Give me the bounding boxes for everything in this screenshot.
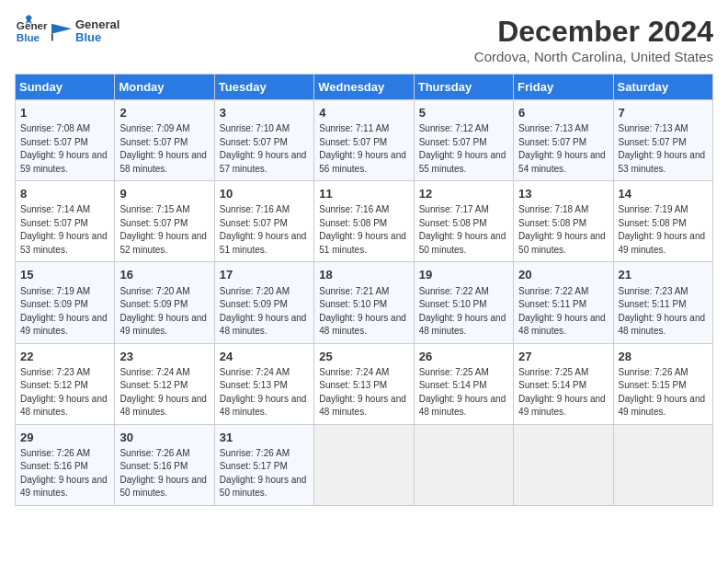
day-info: Sunrise: 7:23 AM Sunset: 5:12 PM Dayligh… <box>20 366 109 419</box>
svg-text:General: General <box>17 19 48 31</box>
day-info: Sunrise: 7:23 AM Sunset: 5:11 PM Dayligh… <box>619 285 708 339</box>
day-info: Sunrise: 7:14 AM Sunset: 5:07 PM Dayligh… <box>20 203 109 257</box>
calendar-cell: 31 Sunrise: 7:26 AM Sunset: 5:17 PM Dayl… <box>214 424 313 505</box>
day-info: Sunrise: 7:26 AM Sunset: 5:17 PM Dayligh… <box>220 447 309 500</box>
calendar-cell: 1 Sunrise: 7:08 AM Sunset: 5:07 PM Dayli… <box>16 100 115 181</box>
title-block: December 2024 Cordova, North Carolina, U… <box>474 15 713 64</box>
day-number: 10 <box>220 186 309 202</box>
day-info: Sunrise: 7:19 AM Sunset: 5:09 PM Dayligh… <box>20 285 109 339</box>
calendar-cell: 11 Sunrise: 7:16 AM Sunset: 5:08 PM Dayl… <box>314 181 414 262</box>
day-info: Sunrise: 7:13 AM Sunset: 5:07 PM Dayligh… <box>518 122 608 176</box>
calendar-cell: 16 Sunrise: 7:20 AM Sunset: 5:09 PM Dayl… <box>115 262 214 343</box>
day-number: 14 <box>619 186 708 202</box>
day-info: Sunrise: 7:24 AM Sunset: 5:13 PM Dayligh… <box>319 366 408 419</box>
day-number: 3 <box>220 105 309 121</box>
calendar-cell: 21 Sunrise: 7:23 AM Sunset: 5:11 PM Dayl… <box>613 262 712 343</box>
day-number: 27 <box>518 349 608 365</box>
day-number: 15 <box>20 267 109 283</box>
calendar-cell: 6 Sunrise: 7:13 AM Sunset: 5:07 PM Dayli… <box>514 100 613 181</box>
day-info: Sunrise: 7:17 AM Sunset: 5:08 PM Dayligh… <box>419 203 508 257</box>
day-info: Sunrise: 7:08 AM Sunset: 5:07 PM Dayligh… <box>20 122 109 176</box>
day-info: Sunrise: 7:24 AM Sunset: 5:13 PM Dayligh… <box>220 366 309 419</box>
day-info: Sunrise: 7:19 AM Sunset: 5:08 PM Dayligh… <box>619 203 708 257</box>
calendar-cell: 5 Sunrise: 7:12 AM Sunset: 5:07 PM Dayli… <box>414 100 513 181</box>
day-info: Sunrise: 7:10 AM Sunset: 5:07 PM Dayligh… <box>220 122 309 176</box>
day-info: Sunrise: 7:12 AM Sunset: 5:07 PM Dayligh… <box>419 122 508 176</box>
calendar-cell: 26 Sunrise: 7:25 AM Sunset: 5:14 PM Dayl… <box>414 343 513 424</box>
calendar-cell: 4 Sunrise: 7:11 AM Sunset: 5:07 PM Dayli… <box>314 100 414 181</box>
day-number: 29 <box>20 430 109 446</box>
day-number: 31 <box>220 430 309 446</box>
day-number: 6 <box>518 105 608 121</box>
calendar-body: 1 Sunrise: 7:08 AM Sunset: 5:07 PM Dayli… <box>16 100 713 506</box>
day-number: 24 <box>220 349 309 365</box>
calendar-week-row: 22 Sunrise: 7:23 AM Sunset: 5:12 PM Dayl… <box>16 343 713 424</box>
day-info: Sunrise: 7:26 AM Sunset: 5:16 PM Dayligh… <box>20 447 109 500</box>
calendar-cell: 10 Sunrise: 7:16 AM Sunset: 5:07 PM Dayl… <box>214 181 313 262</box>
calendar-cell <box>514 424 613 505</box>
calendar-cell: 20 Sunrise: 7:22 AM Sunset: 5:11 PM Dayl… <box>514 262 613 343</box>
calendar-cell: 28 Sunrise: 7:26 AM Sunset: 5:15 PM Dayl… <box>613 343 712 424</box>
day-number: 26 <box>419 349 508 365</box>
calendar-cell <box>414 424 513 505</box>
day-number: 23 <box>119 349 209 365</box>
calendar-cell: 25 Sunrise: 7:24 AM Sunset: 5:13 PM Dayl… <box>314 343 414 424</box>
calendar-cell: 17 Sunrise: 7:20 AM Sunset: 5:09 PM Dayl… <box>214 262 313 343</box>
calendar-cell: 30 Sunrise: 7:26 AM Sunset: 5:16 PM Dayl… <box>115 424 214 505</box>
calendar-cell: 23 Sunrise: 7:24 AM Sunset: 5:12 PM Dayl… <box>115 343 214 424</box>
day-number: 8 <box>20 186 109 202</box>
day-info: Sunrise: 7:09 AM Sunset: 5:07 PM Dayligh… <box>119 122 209 176</box>
day-info: Sunrise: 7:18 AM Sunset: 5:08 PM Dayligh… <box>518 203 608 257</box>
svg-text:Blue: Blue <box>17 31 40 43</box>
day-number: 22 <box>20 349 109 365</box>
calendar-week-row: 15 Sunrise: 7:19 AM Sunset: 5:09 PM Dayl… <box>16 262 713 343</box>
day-info: Sunrise: 7:24 AM Sunset: 5:12 PM Dayligh… <box>119 366 209 419</box>
day-number: 19 <box>419 267 508 283</box>
col-header-friday: Friday <box>514 75 613 100</box>
day-number: 12 <box>419 186 508 202</box>
calendar-title: December 2024 <box>474 15 713 49</box>
calendar-cell <box>613 424 712 505</box>
col-header-thursday: Thursday <box>414 75 513 100</box>
calendar-cell: 29 Sunrise: 7:26 AM Sunset: 5:16 PM Dayl… <box>16 424 115 505</box>
calendar-cell: 22 Sunrise: 7:23 AM Sunset: 5:12 PM Dayl… <box>16 343 115 424</box>
day-number: 20 <box>518 267 608 283</box>
day-info: Sunrise: 7:26 AM Sunset: 5:16 PM Dayligh… <box>119 447 209 500</box>
day-number: 7 <box>619 105 708 121</box>
day-number: 4 <box>319 105 408 121</box>
day-info: Sunrise: 7:15 AM Sunset: 5:07 PM Dayligh… <box>119 203 209 257</box>
calendar-cell: 14 Sunrise: 7:19 AM Sunset: 5:08 PM Dayl… <box>613 181 712 262</box>
calendar-table: SundayMondayTuesdayWednesdayThursdayFrid… <box>15 74 713 506</box>
logo-icon: General Blue <box>15 15 48 48</box>
calendar-cell: 13 Sunrise: 7:18 AM Sunset: 5:08 PM Dayl… <box>514 181 613 262</box>
day-info: Sunrise: 7:13 AM Sunset: 5:07 PM Dayligh… <box>619 122 708 176</box>
day-info: Sunrise: 7:22 AM Sunset: 5:10 PM Dayligh… <box>419 285 508 339</box>
calendar-week-row: 29 Sunrise: 7:26 AM Sunset: 5:16 PM Dayl… <box>16 424 713 505</box>
day-number: 2 <box>119 105 209 121</box>
day-info: Sunrise: 7:21 AM Sunset: 5:10 PM Dayligh… <box>319 285 408 339</box>
svg-marker-3 <box>51 24 72 34</box>
logo-line2: Blue <box>75 31 119 44</box>
svg-rect-4 <box>51 34 53 41</box>
calendar-cell: 2 Sunrise: 7:09 AM Sunset: 5:07 PM Dayli… <box>115 100 214 181</box>
day-info: Sunrise: 7:11 AM Sunset: 5:07 PM Dayligh… <box>319 122 408 176</box>
calendar-week-row: 1 Sunrise: 7:08 AM Sunset: 5:07 PM Dayli… <box>16 100 713 181</box>
col-header-wednesday: Wednesday <box>314 75 414 100</box>
day-number: 13 <box>518 186 608 202</box>
day-number: 21 <box>619 267 708 283</box>
calendar-cell: 27 Sunrise: 7:25 AM Sunset: 5:14 PM Dayl… <box>514 343 613 424</box>
col-header-sunday: Sunday <box>16 75 115 100</box>
calendar-cell: 18 Sunrise: 7:21 AM Sunset: 5:10 PM Dayl… <box>314 262 414 343</box>
col-header-tuesday: Tuesday <box>214 75 313 100</box>
day-info: Sunrise: 7:26 AM Sunset: 5:15 PM Dayligh… <box>619 366 708 419</box>
day-number: 25 <box>319 349 408 365</box>
calendar-header-row: SundayMondayTuesdayWednesdayThursdayFrid… <box>16 75 713 100</box>
day-info: Sunrise: 7:25 AM Sunset: 5:14 PM Dayligh… <box>419 366 508 419</box>
calendar-cell: 8 Sunrise: 7:14 AM Sunset: 5:07 PM Dayli… <box>16 181 115 262</box>
calendar-cell: 12 Sunrise: 7:17 AM Sunset: 5:08 PM Dayl… <box>414 181 513 262</box>
day-number: 18 <box>319 267 408 283</box>
day-number: 5 <box>419 105 508 121</box>
calendar-cell: 15 Sunrise: 7:19 AM Sunset: 5:09 PM Dayl… <box>16 262 115 343</box>
day-info: Sunrise: 7:16 AM Sunset: 5:08 PM Dayligh… <box>319 203 408 257</box>
calendar-cell: 7 Sunrise: 7:13 AM Sunset: 5:07 PM Dayli… <box>613 100 712 181</box>
